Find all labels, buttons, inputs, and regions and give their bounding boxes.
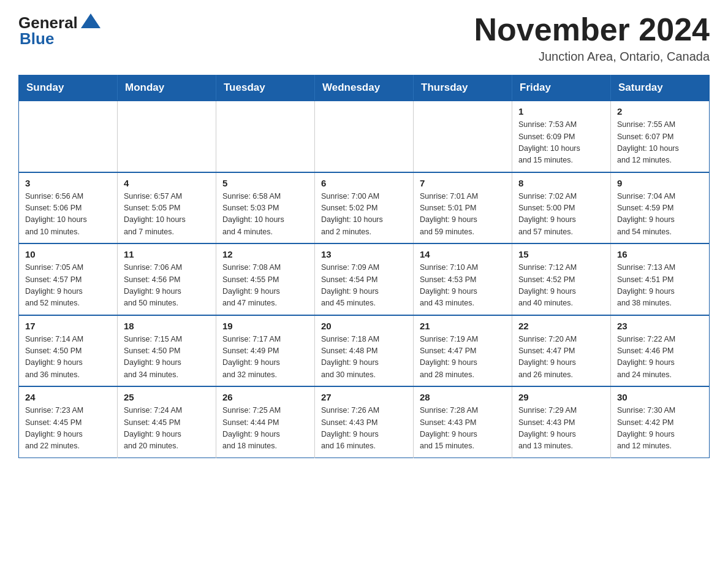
day-cell-23: 23Sunrise: 7:22 AM Sunset: 4:46 PM Dayli… bbox=[611, 315, 710, 387]
day-cell-6: 6Sunrise: 7:00 AM Sunset: 5:02 PM Daylig… bbox=[315, 172, 414, 244]
day-cell-8: 8Sunrise: 7:02 AM Sunset: 5:00 PM Daylig… bbox=[512, 172, 611, 244]
day-info-10: Sunrise: 7:05 AM Sunset: 4:57 PM Dayligh… bbox=[25, 262, 111, 310]
col-header-wednesday: Wednesday bbox=[315, 75, 414, 101]
day-number-1: 1 bbox=[518, 106, 604, 117]
day-number-7: 7 bbox=[420, 178, 506, 188]
logo-general-text: General bbox=[18, 15, 78, 31]
day-cell-13: 13Sunrise: 7:09 AM Sunset: 4:54 PM Dayli… bbox=[315, 243, 414, 315]
day-number-15: 15 bbox=[518, 249, 604, 259]
week-row-1: 1Sunrise: 7:53 AM Sunset: 6:09 PM Daylig… bbox=[19, 101, 710, 172]
day-number-17: 17 bbox=[25, 321, 111, 331]
day-number-23: 23 bbox=[617, 321, 703, 331]
location-subtitle: Junction Area, Ontario, Canada bbox=[474, 50, 710, 64]
day-info-29: Sunrise: 7:29 AM Sunset: 4:43 PM Dayligh… bbox=[518, 405, 604, 453]
day-info-18: Sunrise: 7:15 AM Sunset: 4:50 PM Dayligh… bbox=[124, 334, 210, 381]
empty-cell bbox=[315, 101, 414, 172]
day-info-6: Sunrise: 7:00 AM Sunset: 5:02 PM Dayligh… bbox=[321, 191, 407, 239]
day-info-13: Sunrise: 7:09 AM Sunset: 4:54 PM Dayligh… bbox=[321, 262, 407, 310]
day-cell-15: 15Sunrise: 7:12 AM Sunset: 4:52 PM Dayli… bbox=[512, 243, 611, 315]
day-number-26: 26 bbox=[222, 392, 308, 402]
day-cell-24: 24Sunrise: 7:23 AM Sunset: 4:45 PM Dayli… bbox=[19, 386, 118, 458]
day-number-16: 16 bbox=[617, 249, 703, 259]
col-header-monday: Monday bbox=[118, 75, 216, 101]
day-number-25: 25 bbox=[124, 392, 210, 402]
day-number-20: 20 bbox=[321, 321, 407, 331]
day-cell-12: 12Sunrise: 7:08 AM Sunset: 4:55 PM Dayli… bbox=[216, 243, 315, 315]
day-number-28: 28 bbox=[420, 392, 506, 402]
day-cell-29: 29Sunrise: 7:29 AM Sunset: 4:43 PM Dayli… bbox=[512, 386, 611, 458]
day-cell-17: 17Sunrise: 7:14 AM Sunset: 4:50 PM Dayli… bbox=[19, 315, 118, 387]
week-row-3: 10Sunrise: 7:05 AM Sunset: 4:57 PM Dayli… bbox=[19, 243, 710, 315]
day-number-12: 12 bbox=[222, 249, 308, 259]
day-info-5: Sunrise: 6:58 AM Sunset: 5:03 PM Dayligh… bbox=[222, 191, 308, 239]
day-info-1: Sunrise: 7:53 AM Sunset: 6:09 PM Dayligh… bbox=[518, 119, 604, 167]
svg-marker-0 bbox=[81, 13, 100, 28]
title-area: November 2024 Junction Area, Ontario, Ca… bbox=[474, 12, 710, 64]
day-cell-1: 1Sunrise: 7:53 AM Sunset: 6:09 PM Daylig… bbox=[512, 101, 611, 172]
empty-cell bbox=[118, 101, 216, 172]
day-number-11: 11 bbox=[124, 249, 210, 259]
day-cell-2: 2Sunrise: 7:55 AM Sunset: 6:07 PM Daylig… bbox=[611, 101, 710, 172]
day-info-15: Sunrise: 7:12 AM Sunset: 4:52 PM Dayligh… bbox=[518, 262, 604, 310]
col-header-sunday: Sunday bbox=[19, 75, 118, 101]
day-cell-4: 4Sunrise: 6:57 AM Sunset: 5:05 PM Daylig… bbox=[118, 172, 216, 244]
logo-wordmark: General Blue bbox=[18, 12, 102, 47]
day-cell-22: 22Sunrise: 7:20 AM Sunset: 4:47 PM Dayli… bbox=[512, 315, 611, 387]
day-number-21: 21 bbox=[420, 321, 506, 331]
day-info-2: Sunrise: 7:55 AM Sunset: 6:07 PM Dayligh… bbox=[617, 119, 703, 167]
day-number-9: 9 bbox=[617, 178, 703, 188]
week-row-4: 17Sunrise: 7:14 AM Sunset: 4:50 PM Dayli… bbox=[19, 315, 710, 387]
day-cell-27: 27Sunrise: 7:26 AM Sunset: 4:43 PM Dayli… bbox=[315, 386, 414, 458]
logo-triangle-icon bbox=[80, 12, 102, 33]
day-cell-30: 30Sunrise: 7:30 AM Sunset: 4:42 PM Dayli… bbox=[611, 386, 710, 458]
day-info-22: Sunrise: 7:20 AM Sunset: 4:47 PM Dayligh… bbox=[518, 334, 604, 381]
col-header-tuesday: Tuesday bbox=[216, 75, 315, 101]
page-header: General Blue November 2024 Junction Area… bbox=[18, 12, 710, 64]
day-number-18: 18 bbox=[124, 321, 210, 331]
day-cell-5: 5Sunrise: 6:58 AM Sunset: 5:03 PM Daylig… bbox=[216, 172, 315, 244]
month-title: November 2024 bbox=[474, 12, 710, 47]
day-number-29: 29 bbox=[518, 392, 604, 402]
day-cell-25: 25Sunrise: 7:24 AM Sunset: 4:45 PM Dayli… bbox=[118, 386, 216, 458]
day-info-27: Sunrise: 7:26 AM Sunset: 4:43 PM Dayligh… bbox=[321, 405, 407, 453]
calendar-table: SundayMondayTuesdayWednesdayThursdayFrid… bbox=[18, 75, 710, 458]
day-cell-18: 18Sunrise: 7:15 AM Sunset: 4:50 PM Dayli… bbox=[118, 315, 216, 387]
day-info-21: Sunrise: 7:19 AM Sunset: 4:47 PM Dayligh… bbox=[420, 334, 506, 381]
day-cell-9: 9Sunrise: 7:04 AM Sunset: 4:59 PM Daylig… bbox=[611, 172, 710, 244]
day-info-30: Sunrise: 7:30 AM Sunset: 4:42 PM Dayligh… bbox=[617, 405, 703, 453]
week-row-5: 24Sunrise: 7:23 AM Sunset: 4:45 PM Dayli… bbox=[19, 386, 710, 458]
week-row-2: 3Sunrise: 6:56 AM Sunset: 5:06 PM Daylig… bbox=[19, 172, 710, 244]
day-info-11: Sunrise: 7:06 AM Sunset: 4:56 PM Dayligh… bbox=[124, 262, 210, 310]
day-info-9: Sunrise: 7:04 AM Sunset: 4:59 PM Dayligh… bbox=[617, 191, 703, 239]
empty-cell bbox=[216, 101, 315, 172]
day-cell-10: 10Sunrise: 7:05 AM Sunset: 4:57 PM Dayli… bbox=[19, 243, 118, 315]
day-info-4: Sunrise: 6:57 AM Sunset: 5:05 PM Dayligh… bbox=[124, 191, 210, 239]
logo: General Blue bbox=[18, 12, 102, 47]
day-info-24: Sunrise: 7:23 AM Sunset: 4:45 PM Dayligh… bbox=[25, 405, 111, 453]
day-number-24: 24 bbox=[25, 392, 111, 402]
day-info-25: Sunrise: 7:24 AM Sunset: 4:45 PM Dayligh… bbox=[124, 405, 210, 453]
col-header-friday: Friday bbox=[512, 75, 611, 101]
day-number-13: 13 bbox=[321, 249, 407, 259]
day-info-28: Sunrise: 7:28 AM Sunset: 4:43 PM Dayligh… bbox=[420, 405, 506, 453]
day-cell-3: 3Sunrise: 6:56 AM Sunset: 5:06 PM Daylig… bbox=[19, 172, 118, 244]
day-cell-20: 20Sunrise: 7:18 AM Sunset: 4:48 PM Dayli… bbox=[315, 315, 414, 387]
day-info-14: Sunrise: 7:10 AM Sunset: 4:53 PM Dayligh… bbox=[420, 262, 506, 310]
day-cell-16: 16Sunrise: 7:13 AM Sunset: 4:51 PM Dayli… bbox=[611, 243, 710, 315]
day-number-10: 10 bbox=[25, 249, 111, 259]
day-number-5: 5 bbox=[222, 178, 308, 188]
day-cell-26: 26Sunrise: 7:25 AM Sunset: 4:44 PM Dayli… bbox=[216, 386, 315, 458]
day-info-16: Sunrise: 7:13 AM Sunset: 4:51 PM Dayligh… bbox=[617, 262, 703, 310]
day-number-14: 14 bbox=[420, 249, 506, 259]
day-info-23: Sunrise: 7:22 AM Sunset: 4:46 PM Dayligh… bbox=[617, 334, 703, 381]
day-info-20: Sunrise: 7:18 AM Sunset: 4:48 PM Dayligh… bbox=[321, 334, 407, 381]
day-info-19: Sunrise: 7:17 AM Sunset: 4:49 PM Dayligh… bbox=[222, 334, 308, 381]
day-cell-11: 11Sunrise: 7:06 AM Sunset: 4:56 PM Dayli… bbox=[118, 243, 216, 315]
col-header-saturday: Saturday bbox=[611, 75, 710, 101]
day-cell-28: 28Sunrise: 7:28 AM Sunset: 4:43 PM Dayli… bbox=[414, 386, 512, 458]
empty-cell bbox=[414, 101, 512, 172]
day-number-4: 4 bbox=[124, 178, 210, 188]
day-number-30: 30 bbox=[617, 392, 703, 402]
day-number-19: 19 bbox=[222, 321, 308, 331]
day-cell-21: 21Sunrise: 7:19 AM Sunset: 4:47 PM Dayli… bbox=[414, 315, 512, 387]
